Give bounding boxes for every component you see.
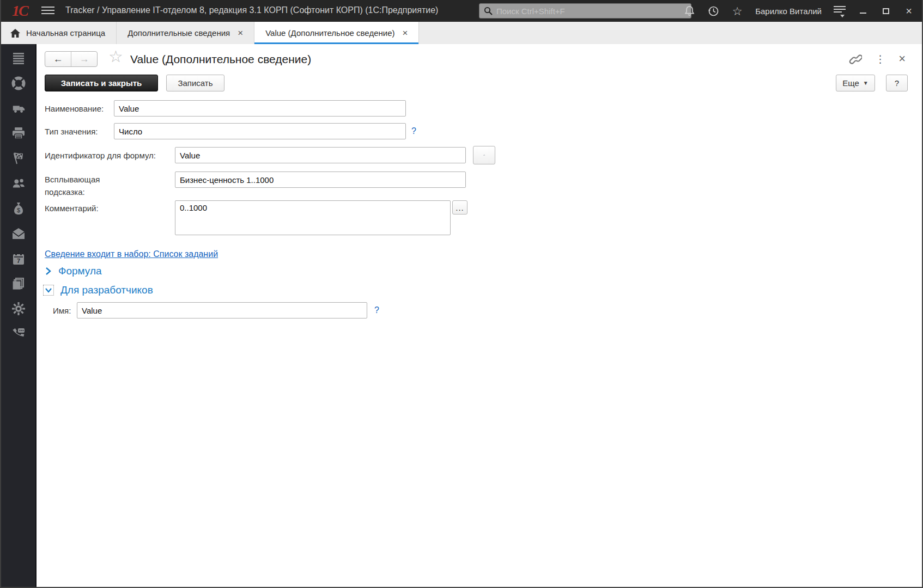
group-developers-title: Для разработчиков bbox=[60, 284, 153, 296]
checkered-flag-icon[interactable] bbox=[11, 151, 26, 166]
truck-icon[interactable] bbox=[11, 101, 26, 115]
group-developers[interactable]: Для разработчиков bbox=[43, 284, 153, 296]
tooltip-label: Всплывающая подсказка: bbox=[45, 173, 116, 199]
nav-button-group: ← → bbox=[45, 51, 98, 67]
chevron-down-icon bbox=[45, 287, 52, 293]
comment-textarea[interactable]: 0..1000 bbox=[175, 200, 451, 235]
history-icon[interactable] bbox=[707, 5, 719, 17]
get-link-icon[interactable] bbox=[849, 53, 862, 65]
chevron-down-icon: ▼ bbox=[863, 80, 869, 86]
copies-icon[interactable] bbox=[11, 277, 26, 291]
svg-text:7: 7 bbox=[16, 258, 20, 264]
notifications-bell-icon[interactable] bbox=[683, 5, 695, 17]
maximize-button[interactable] bbox=[881, 5, 891, 16]
window-title: Tracker / Управление IT-отделом 8, редак… bbox=[65, 5, 438, 15]
tab-label: Дополнительные сведения bbox=[127, 28, 230, 38]
tab-home[interactable]: Начальная страница bbox=[1, 22, 117, 44]
more-button-label: Еще bbox=[842, 78, 859, 88]
comment-label: Комментарий: bbox=[45, 204, 99, 213]
save-button[interactable]: Записать bbox=[166, 75, 224, 91]
form-header-icons: ⋮ × bbox=[849, 53, 906, 65]
titlebar-actions: ☆ Барилко Виталий × bbox=[683, 0, 914, 22]
app-window: 1С Tracker / Управление IT-отделом 8, ре… bbox=[0, 0, 923, 588]
tooltip-input[interactable] bbox=[175, 171, 466, 188]
tab-additional-info[interactable]: Дополнительные сведения × bbox=[117, 22, 254, 44]
back-button[interactable]: ← bbox=[45, 52, 71, 66]
tab-value-active[interactable]: Value (Дополнительное сведение) × bbox=[254, 22, 419, 44]
money-bag-icon[interactable]: $ bbox=[11, 201, 26, 216]
search-icon bbox=[484, 7, 493, 15]
calendar-icon[interactable]: 7 bbox=[11, 252, 26, 266]
tab-close-icon[interactable]: × bbox=[238, 28, 243, 39]
identifier-input[interactable] bbox=[175, 147, 466, 163]
forward-button[interactable]: → bbox=[71, 52, 97, 66]
form-close-icon[interactable]: × bbox=[898, 53, 906, 65]
identifier-label: Идентификатор для формул: bbox=[45, 151, 156, 160]
belongs-to-set-link[interactable]: Сведение входит в набор: Список заданий bbox=[45, 249, 218, 259]
comment-more-button[interactable]: ... bbox=[452, 200, 467, 215]
name-input[interactable] bbox=[114, 100, 406, 117]
favorite-star-icon[interactable]: ☆ bbox=[108, 48, 123, 65]
save-and-close-button[interactable]: Записать и закрыть bbox=[45, 75, 158, 91]
gear-icon[interactable] bbox=[11, 302, 26, 316]
favorites-star-icon[interactable]: ☆ bbox=[731, 5, 743, 17]
type-input[interactable] bbox=[114, 123, 406, 139]
more-menu-kebab-icon[interactable]: ⋮ bbox=[875, 54, 885, 64]
sections-menu-icon[interactable] bbox=[11, 51, 26, 65]
help-button[interactable]: ? bbox=[886, 75, 908, 91]
chevron-right-icon bbox=[45, 266, 52, 276]
group-formula[interactable]: Формула bbox=[45, 265, 102, 277]
tab-bar: Начальная страница Дополнительные сведен… bbox=[1, 22, 922, 44]
tab-close-icon[interactable]: × bbox=[402, 28, 408, 39]
type-help-link[interactable]: ? bbox=[411, 126, 416, 136]
service-menu-icon[interactable] bbox=[834, 5, 846, 17]
main-menu-icon[interactable] bbox=[41, 7, 54, 15]
page-title: Value (Дополнительное сведение) bbox=[130, 53, 311, 66]
tab-label: Начальная страница bbox=[26, 28, 105, 38]
help-lifebuoy-icon[interactable] bbox=[11, 76, 26, 90]
refresh-arrow-icon bbox=[483, 150, 485, 161]
mail-icon[interactable] bbox=[11, 226, 26, 241]
phone-chat-icon[interactable] bbox=[11, 327, 26, 341]
more-button[interactable]: Еще ▼ bbox=[836, 75, 875, 91]
regenerate-identifier-button[interactable] bbox=[473, 146, 495, 164]
user-name[interactable]: Барилко Виталий bbox=[755, 7, 822, 16]
dev-name-input[interactable] bbox=[77, 302, 367, 318]
home-icon bbox=[10, 28, 21, 38]
type-label: Тип значения: bbox=[45, 127, 98, 136]
focus-outline bbox=[43, 285, 54, 296]
titlebar: 1С Tracker / Управление IT-отделом 8, ре… bbox=[1, 0, 922, 22]
name-label: Наименование: bbox=[45, 104, 104, 113]
svg-text:$: $ bbox=[16, 207, 20, 213]
global-search[interactable] bbox=[479, 3, 691, 19]
1c-logo: 1С bbox=[12, 2, 28, 20]
sidebar: $ 7 bbox=[1, 44, 37, 587]
printer-icon[interactable] bbox=[11, 126, 26, 140]
users-icon[interactable] bbox=[11, 176, 26, 191]
dev-name-label: Имя: bbox=[53, 306, 71, 315]
dev-name-help-link[interactable]: ? bbox=[374, 305, 379, 315]
tab-label: Value (Дополнительное сведение) bbox=[265, 28, 394, 38]
group-formula-title: Формула bbox=[58, 265, 102, 277]
form-area: ← → ☆ Value (Дополнительное сведение) ⋮ … bbox=[38, 44, 922, 587]
minimize-button[interactable] bbox=[858, 5, 869, 16]
search-input[interactable] bbox=[496, 7, 687, 16]
window-close-button[interactable]: × bbox=[903, 5, 914, 16]
